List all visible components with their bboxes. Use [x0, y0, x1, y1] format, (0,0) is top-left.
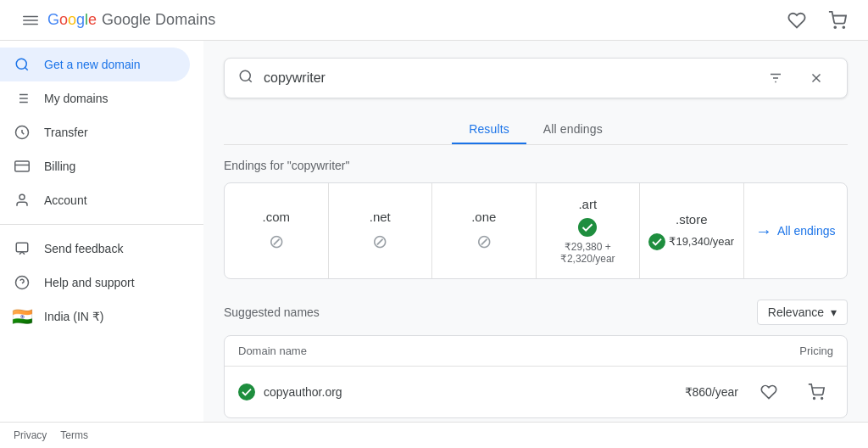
sidebar-item-my-domains[interactable]: My domains	[0, 81, 190, 115]
sidebar-item-account[interactable]: Account	[0, 183, 190, 217]
search-input[interactable]	[264, 70, 759, 86]
ending-name: .store	[676, 212, 708, 227]
flag-icon: 🇮🇳	[14, 306, 31, 327]
top-bar-actions	[780, 3, 854, 37]
svg-point-30	[814, 398, 815, 400]
sidebar-item-transfer[interactable]: Transfer	[0, 115, 190, 149]
main-content: Results All endings Endings for "copywri…	[203, 41, 868, 422]
sidebar-divider	[0, 224, 203, 225]
sidebar-item-get-new-domain[interactable]: Get a new domain	[0, 48, 190, 81]
svg-rect-2	[23, 23, 38, 25]
ending-net[interactable]: .net ⊘	[329, 183, 433, 278]
suggested-label: Suggested names	[224, 305, 320, 319]
svg-point-28	[648, 233, 665, 250]
pricing-col: ₹860/year	[664, 375, 833, 409]
ending-com[interactable]: .com ⊘	[225, 183, 329, 278]
svg-point-5	[16, 59, 26, 69]
sort-dropdown[interactable]: Relevance ▾	[757, 300, 848, 325]
sidebar-item-india[interactable]: 🇮🇳 India (IN ₹)	[0, 300, 190, 333]
ending-name: .art	[578, 197, 597, 211]
feedback-icon	[14, 241, 31, 256]
sidebar-item-label: Transfer	[44, 126, 88, 139]
footer: Privacy Terms	[0, 422, 868, 448]
svg-rect-0	[23, 15, 38, 17]
list-icon	[14, 91, 31, 106]
sidebar-item-billing[interactable]: Billing	[0, 149, 190, 183]
ending-all-endings[interactable]: → All endings	[744, 183, 848, 278]
account-icon	[14, 193, 31, 208]
svg-point-3	[834, 26, 836, 28]
menu-button[interactable]	[14, 3, 47, 37]
svg-point-31	[821, 398, 823, 400]
svg-rect-14	[15, 161, 30, 171]
available-icon	[578, 218, 597, 241]
help-icon	[14, 275, 31, 290]
svg-rect-17	[16, 243, 28, 252]
tabs: Results All endings	[224, 115, 848, 145]
search-icon	[14, 57, 31, 72]
suggested-header: Suggested names Relevance ▾	[224, 300, 848, 325]
endings-grid: .com ⊘ .net ⊘ .one ⊘ .art ₹29,380 +	[224, 182, 848, 279]
google-domains-logo: Google Google Domains	[47, 11, 215, 29]
svg-point-16	[19, 194, 25, 199]
cart-button[interactable]	[821, 3, 854, 37]
sidebar-item-label: India (IN ₹)	[44, 310, 103, 323]
domain-name: copyauthor.org	[238, 384, 664, 400]
table-row: copyauthor.org ₹860/year	[225, 367, 847, 417]
domain-price: ₹860/year	[685, 385, 738, 399]
ending-name: .one	[471, 210, 496, 224]
domain-check-icon	[238, 384, 255, 400]
unavailable-icon: ⊘	[269, 231, 284, 253]
sort-arrow-icon: ▾	[831, 305, 837, 319]
sidebar-item-label: Account	[44, 193, 87, 207]
sidebar-item-help[interactable]: Help and support	[0, 266, 190, 300]
logo-domains-text: Google Domains	[102, 11, 215, 29]
svg-point-27	[578, 218, 597, 237]
billing-icon	[14, 159, 31, 174]
results-table-header: Domain name Pricing	[225, 336, 847, 367]
clear-search-button[interactable]	[799, 61, 833, 95]
wishlist-button[interactable]	[780, 3, 814, 37]
sidebar-item-label: Help and support	[44, 276, 135, 289]
sort-label: Relevance	[768, 305, 824, 319]
wishlist-domain-button[interactable]	[752, 375, 786, 409]
svg-point-20	[240, 70, 250, 81]
tab-results[interactable]: Results	[452, 115, 526, 144]
search-icon	[238, 69, 253, 88]
ending-name: .net	[370, 210, 391, 224]
domain-value: copyauthor.org	[264, 385, 342, 399]
sidebar-item-label: Send feedback	[44, 242, 123, 255]
sidebar-item-label: Billing	[44, 160, 75, 173]
search-bar	[224, 58, 848, 98]
svg-point-4	[843, 26, 844, 28]
ending-name: .com	[262, 210, 290, 224]
top-bar: Google Google Domains	[0, 0, 868, 41]
ending-one[interactable]: .one ⊘	[432, 183, 537, 278]
unavailable-icon: ⊘	[372, 231, 387, 253]
search-bar-actions	[759, 61, 833, 95]
filter-button[interactable]	[759, 61, 793, 95]
terms-link[interactable]: Terms	[60, 429, 88, 441]
ending-price: ₹29,380 + ₹2,320/year	[560, 241, 615, 265]
tab-all-endings[interactable]: All endings	[526, 115, 620, 144]
ending-store[interactable]: .store ₹19,340/year	[640, 183, 744, 278]
ending-price: ₹19,340/year	[669, 235, 734, 248]
col-domain-header: Domain name	[238, 344, 664, 357]
arrow-right-icon: →	[755, 221, 772, 241]
svg-line-21	[248, 79, 251, 81]
svg-rect-1	[23, 20, 38, 21]
svg-point-29	[238, 384, 255, 400]
main-layout: Get a new domain My domains Transfer Bil…	[0, 41, 868, 422]
endings-section-label: Endings for "copywriter"	[224, 159, 848, 172]
results-table: Domain name Pricing copyauthor.org ₹860/…	[224, 335, 848, 418]
unavailable-icon: ⊘	[476, 231, 492, 253]
svg-line-6	[25, 67, 27, 70]
sidebar-item-send-feedback[interactable]: Send feedback	[0, 232, 190, 266]
privacy-link[interactable]: Privacy	[14, 429, 47, 441]
col-pricing-header: Pricing	[664, 344, 833, 357]
add-to-cart-button[interactable]	[799, 375, 833, 409]
sidebar: Get a new domain My domains Transfer Bil…	[0, 41, 203, 422]
all-endings-label: All endings	[777, 224, 836, 238]
ending-art[interactable]: .art ₹29,380 + ₹2,320/year	[537, 183, 641, 278]
sidebar-item-label: Get a new domain	[44, 58, 141, 71]
